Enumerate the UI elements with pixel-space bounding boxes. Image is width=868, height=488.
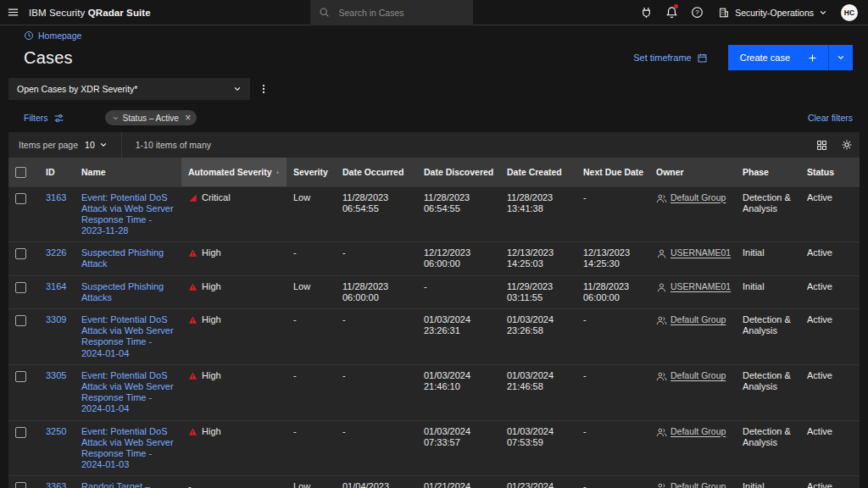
- column-header-status[interactable]: Status: [800, 158, 860, 186]
- global-search[interactable]: [310, 0, 473, 25]
- automated-severity-label: Critical: [202, 192, 231, 203]
- case-name-link[interactable]: Suspected Phishing Attack: [81, 247, 164, 269]
- select-all-checkbox[interactable]: [15, 167, 26, 178]
- cases-table: ID Name Automated Severity Severity Date…: [8, 158, 860, 488]
- case-name-link[interactable]: Event: Potential DoS Attack via Web Serv…: [81, 370, 174, 414]
- row-checkbox[interactable]: [15, 193, 26, 204]
- owner-link[interactable]: Default Group: [670, 370, 726, 381]
- case-name-link[interactable]: Event: Potential DoS Attack via Web Serv…: [81, 426, 174, 470]
- column-header-phase[interactable]: Phase: [736, 158, 800, 186]
- set-timeframe-link[interactable]: Set timeframe: [633, 53, 707, 64]
- items-per-page-select[interactable]: 10: [85, 140, 108, 150]
- help-button[interactable]: ?: [684, 0, 709, 25]
- column-header-date-occurred[interactable]: Date Occurred: [336, 158, 417, 186]
- table-row[interactable]: 3164 Suspected Phishing Attacks High Low…: [8, 275, 860, 308]
- view-selector-value: Open Cases by XDR Severity*: [17, 84, 137, 94]
- row-checkbox[interactable]: [15, 315, 26, 326]
- table-row[interactable]: 3250 Event: Potential DoS Attack via Web…: [8, 420, 860, 476]
- phase-cell: Initial: [736, 476, 800, 488]
- case-name-link[interactable]: Event: Potential DoS Attack via Web Serv…: [81, 314, 174, 358]
- grid-view-button[interactable]: [809, 132, 834, 158]
- table-settings-button[interactable]: [834, 132, 860, 158]
- notifications-button[interactable]: [659, 0, 684, 25]
- items-per-page-value: 10: [85, 140, 95, 150]
- create-case-label: Create case: [740, 53, 790, 63]
- case-name-link[interactable]: Suspected Phishing Attacks: [81, 281, 164, 302]
- case-id-link[interactable]: 3305: [46, 370, 66, 380]
- severity-cell: Low: [287, 186, 336, 242]
- tenant-selector[interactable]: Security-Operations: [709, 0, 836, 25]
- row-checkbox[interactable]: [15, 482, 26, 488]
- case-name-cell: Event: Potential DoS Attack via Web Serv…: [75, 364, 181, 420]
- row-checkbox[interactable]: [15, 248, 26, 259]
- automated-severity-cell: Critical: [181, 186, 287, 242]
- case-name-cell: Event: Potential DoS Attack via Web Serv…: [75, 309, 181, 365]
- column-header-automated-severity[interactable]: Automated Severity: [181, 158, 287, 186]
- owner-link[interactable]: Default Group: [670, 192, 726, 203]
- date-discovered-cell: 12/12/2023 06:00:00: [417, 242, 500, 275]
- calendar-icon: [697, 53, 708, 64]
- case-id-link[interactable]: 3363: [46, 481, 66, 488]
- owner-link[interactable]: Default Group: [670, 426, 726, 437]
- owner-link[interactable]: Default Group: [670, 314, 726, 325]
- search-input[interactable]: [337, 7, 465, 19]
- filter-tag[interactable]: Status – Active ×: [105, 110, 197, 125]
- owner-link[interactable]: USERNAME01: [670, 281, 731, 292]
- case-id-link[interactable]: 3163: [46, 192, 66, 202]
- phase-cell: Detection & Analysis: [736, 420, 800, 476]
- column-header-date-discovered[interactable]: Date Discovered: [417, 158, 500, 186]
- owner-link[interactable]: USERNAME01: [670, 247, 731, 258]
- next-due-date-cell: -: [576, 476, 649, 488]
- next-due-date-cell: -: [576, 309, 649, 365]
- phase-cell: Initial: [736, 275, 800, 308]
- row-select-cell: [8, 275, 39, 308]
- column-header-name[interactable]: Name: [75, 158, 181, 186]
- view-options-button[interactable]: [253, 78, 274, 100]
- automated-severity-label: High: [202, 314, 221, 325]
- case-id-link[interactable]: 3309: [46, 314, 66, 324]
- date-occurred-cell: 01/04/2023 17:15:53: [336, 476, 417, 488]
- table-row[interactable]: 3363 Randori Target – Unknown, TCP Servi…: [8, 476, 860, 488]
- case-id-link[interactable]: 3226: [46, 247, 66, 258]
- hamburger-icon: [7, 6, 19, 19]
- case-id-link[interactable]: 3250: [46, 426, 66, 436]
- table-row[interactable]: 3226 Suspected Phishing Attack High - - …: [8, 242, 860, 275]
- table-row[interactable]: 3309 Event: Potential DoS Attack via Web…: [8, 309, 860, 365]
- connect-button[interactable]: [633, 0, 659, 25]
- create-case-button[interactable]: Create case: [728, 45, 828, 70]
- filter-tag-close-button[interactable]: ×: [182, 112, 194, 124]
- column-header-next-due-date[interactable]: Next Due Date: [576, 158, 649, 186]
- case-id-link[interactable]: 3164: [46, 281, 66, 291]
- date-occurred-cell: -: [336, 420, 417, 476]
- owner-cell: Default Group: [649, 476, 736, 488]
- row-checkbox[interactable]: [15, 371, 26, 382]
- row-select-cell: [8, 420, 39, 476]
- avatar[interactable]: HC: [841, 4, 858, 21]
- user-icon: [656, 282, 667, 293]
- owner-link[interactable]: Default Group: [670, 481, 726, 488]
- close-icon: ×: [185, 113, 191, 123]
- status-cell: Active: [800, 275, 860, 308]
- case-name-cell: Randori Target – Unknown, TCP Service: [75, 476, 181, 488]
- column-header-automated-severity-label: Automated Severity: [188, 167, 272, 177]
- column-header-severity[interactable]: Severity: [287, 158, 336, 186]
- breadcrumb-homepage-link[interactable]: Homepage: [38, 30, 81, 41]
- create-case-menu-button[interactable]: [829, 45, 853, 70]
- date-discovered-cell: -: [417, 275, 500, 308]
- menu-button[interactable]: [0, 0, 25, 25]
- filters-button[interactable]: Filters: [24, 113, 64, 124]
- case-name-cell: Suspected Phishing Attacks: [75, 275, 181, 308]
- group-icon: [656, 427, 667, 438]
- row-checkbox[interactable]: [15, 282, 26, 293]
- automated-severity-cell: High: [181, 242, 287, 275]
- case-name-link[interactable]: Event: Potential DoS Attack via Web Serv…: [81, 192, 174, 236]
- column-header-date-created[interactable]: Date Created: [500, 158, 576, 186]
- table-row[interactable]: 3305 Event: Potential DoS Attack via Web…: [8, 364, 860, 420]
- clear-filters-link[interactable]: Clear filters: [808, 113, 853, 123]
- view-selector-dropdown[interactable]: Open Cases by XDR Severity*: [8, 78, 250, 100]
- column-header-owner[interactable]: Owner: [649, 158, 736, 186]
- case-name-link[interactable]: Randori Target – Unknown, TCP Service: [81, 481, 150, 488]
- table-row[interactable]: 3163 Event: Potential DoS Attack via Web…: [8, 186, 860, 242]
- column-header-id[interactable]: ID: [39, 158, 75, 186]
- row-checkbox[interactable]: [15, 427, 26, 438]
